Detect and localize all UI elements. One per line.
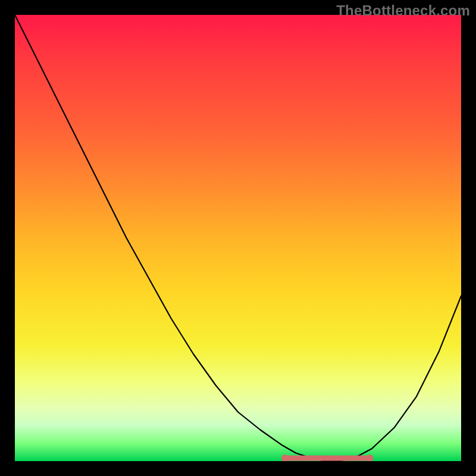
- watermark-text: TheBottleneck.com: [336, 2, 470, 19]
- plot-area: [15, 15, 461, 461]
- curve-layer: [15, 15, 461, 461]
- bottleneck-curve: [15, 15, 461, 461]
- chart-canvas: TheBottleneck.com: [0, 0, 476, 476]
